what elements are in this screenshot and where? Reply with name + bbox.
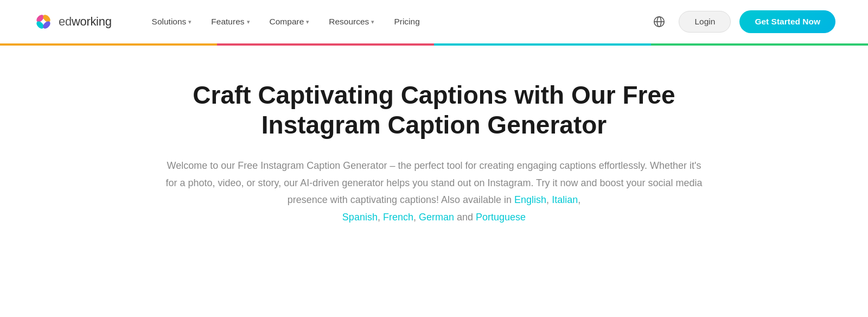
nav-item-compare[interactable]: Compare ▾ [262,12,317,31]
logo-text: edworking [59,15,112,29]
chevron-down-icon: ▾ [306,18,309,26]
lang-link-german[interactable]: German [419,212,454,223]
nav-solutions-label: Solutions [152,17,187,27]
lang-link-portuguese[interactable]: Portuguese [476,212,526,223]
nav-pricing-label: Pricing [394,17,419,27]
nav-item-features[interactable]: Features ▾ [203,12,257,31]
logo[interactable]: edworking [33,11,112,33]
nav-links: Solutions ▾ Features ▾ Compare ▾ Resourc… [144,12,649,31]
logo-icon [33,11,54,33]
nav-compare-label: Compare [270,17,304,27]
lang-link-italian[interactable]: Italian [552,194,578,205]
chevron-down-icon: ▾ [188,18,192,26]
navbar: edworking Solutions ▾ Features ▾ Compare… [0,0,868,43]
chevron-down-icon: ▾ [371,18,374,26]
chevron-down-icon: ▾ [247,18,250,26]
lang-link-spanish[interactable]: Spanish [342,212,378,223]
lang-link-english[interactable]: English [514,194,546,205]
hero-and-text: and [454,212,476,223]
rainbow-segment-4 [651,43,868,46]
rainbow-segment-3 [434,43,651,46]
nav-item-resources[interactable]: Resources ▾ [321,12,382,31]
hero-description: Welcome to our Free Instagram Caption Ge… [163,157,705,226]
hero-section: Craft Captivating Captions with Our Free… [0,46,868,258]
rainbow-segment-2 [217,43,434,46]
rainbow-bar [0,43,868,46]
rainbow-segment-1 [0,43,217,46]
globe-icon[interactable] [648,11,670,33]
nav-right: Login Get Started Now [648,10,835,33]
nav-item-solutions[interactable]: Solutions ▾ [144,12,200,31]
nav-resources-label: Resources [329,17,369,27]
hero-title: Craft Captivating Captions with Our Free… [190,80,678,140]
get-started-button[interactable]: Get Started Now [739,10,835,33]
nav-features-label: Features [211,17,244,27]
hero-description-text: Welcome to our Free Instagram Caption Ge… [165,160,702,205]
login-button[interactable]: Login [679,11,731,33]
nav-item-pricing[interactable]: Pricing [386,12,427,31]
lang-link-french[interactable]: French [383,212,413,223]
